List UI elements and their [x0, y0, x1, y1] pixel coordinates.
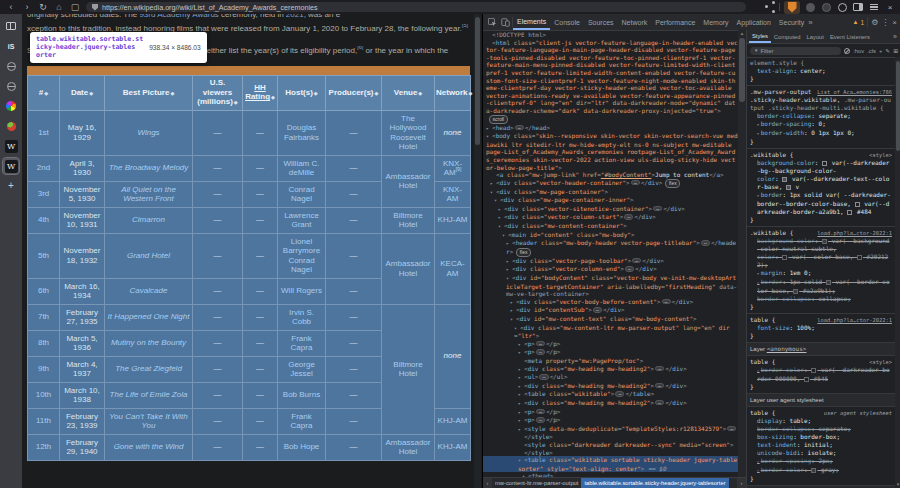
styles-toolbar-hov[interactable]: :hov [853, 48, 864, 54]
styles-toolbar-cls[interactable]: .cls [867, 48, 876, 54]
column-header--[interactable]: #◆ [28, 76, 60, 111]
new-tab-button[interactable]: + [3, 178, 19, 194]
ordinal-link[interactable]: 2nd [37, 163, 50, 172]
column-header-date[interactable]: Date◆ [60, 76, 105, 111]
dom-node-line[interactable]: ▸<div class="vector-page-toolbar">…</div… [483, 257, 738, 266]
dom-node-line[interactable]: ▸<div class="mw-heading mw-heading2">…</… [483, 399, 738, 408]
host-link[interactable]: George Jessel [288, 360, 315, 379]
more-styles-tabs-icon[interactable]: » [893, 33, 899, 40]
column-header-host-s-[interactable]: Host(s)◆ [278, 76, 326, 111]
host-link[interactable]: Frank Capra [291, 334, 313, 353]
dom-node-line[interactable]: <html class="client-js vector-feature-la… [483, 39, 738, 124]
dom-node-line[interactable]: ▾<table class="wikitable sortable sticky… [483, 456, 738, 472]
scrollbar-thumb[interactable] [739, 38, 745, 102]
network-link[interactable]: KHJ-AM [438, 215, 468, 224]
dom-node-line[interactable]: ▾<div class="mw-content-ltr mw-parser-ou… [483, 324, 738, 340]
tab-favicon-berry[interactable] [3, 118, 19, 134]
styles-toolbar-[interactable]: + [879, 48, 882, 54]
dom-node-line[interactable]: ▸<div class="mw-heading mw-heading2">…</… [483, 382, 738, 391]
ordinal-link[interactable]: 10th [36, 390, 52, 399]
tab-favicon-wikipedia-1[interactable]: W [3, 138, 19, 154]
film-link[interactable]: Grand Hotel [127, 251, 170, 260]
film-link[interactable]: All Quiet on the Western Front [121, 185, 176, 204]
tree-scrollbar[interactable]: ▴ [738, 30, 746, 477]
host-link[interactable]: Douglas Fairbanks [284, 123, 319, 142]
network-link[interactable]: KECA-AM [440, 259, 464, 278]
ordinal-link[interactable]: 7th [38, 312, 49, 321]
host-link[interactable]: Lawrence Grant [284, 211, 319, 230]
site-info-icon[interactable] [92, 4, 98, 11]
styles-filter-input[interactable]: ▼ Filter [750, 47, 841, 55]
settings-gear-icon[interactable]: ⚙ [871, 18, 878, 27]
dom-node-line[interactable]: ▸<ul>…</ul> [483, 373, 738, 382]
venue-link[interactable]: The Hollywood Roosevelt Hotel [390, 114, 427, 152]
styles-tab-event-listeners[interactable]: Event Listeners [827, 31, 873, 43]
shield-extension-icon[interactable] [784, 1, 800, 14]
tab-network[interactable]: Network [618, 15, 652, 30]
venue-link[interactable]: Biltmore Hotel [393, 211, 422, 230]
warning-icon[interactable]: ▲ [853, 19, 859, 25]
extension-icon-2[interactable] [820, 1, 832, 13]
tab-favicon-globe-1[interactable] [3, 58, 19, 74]
ordinal-link[interactable]: 4th [38, 215, 49, 224]
wiki-link[interactable]: 93rd Academy Awards [139, 14, 218, 19]
css-rule[interactable]: load.php?la…ctor-2022:1.wikitable {backg… [747, 227, 895, 314]
forward-button[interactable]: › [20, 1, 34, 13]
network-link[interactable]: KHJ-AM [438, 442, 468, 451]
tab-memory[interactable]: Memory [699, 15, 732, 30]
column-header-hh-rating[interactable]: HH Rating◆ [243, 76, 278, 111]
toggle-element-state-icon[interactable] [844, 48, 850, 54]
breadcrumb-scroll-left[interactable]: ‹ [483, 478, 492, 488]
tab-performance[interactable]: Performance [651, 15, 699, 30]
host-link[interactable]: William C. deMille [284, 159, 320, 178]
styles-scrollbar[interactable]: ▾ [895, 57, 900, 488]
column-header-best-picture[interactable]: Best Picture◆ [105, 76, 193, 111]
venue-link[interactable]: Ambassador Hotel [386, 172, 431, 191]
more-tabs-icon[interactable]: » [808, 18, 812, 27]
dom-node-line[interactable]: </style> [483, 449, 738, 457]
film-link[interactable]: The Great Ziegfeld [115, 364, 182, 373]
tab-favicon-is[interactable]: iS [3, 38, 19, 54]
inspect-element-icon[interactable] [486, 16, 498, 28]
host-link[interactable]: Lionel Barrymore Conrad Nagel [283, 237, 320, 275]
dom-node-line[interactable]: ▾<main id="content" class="mw-body"> [483, 231, 738, 240]
dom-node-line[interactable]: <style class="darkreader darkreader--syn… [483, 441, 738, 449]
ordinal-link[interactable]: 6th [38, 286, 49, 295]
scroll-up-arrow[interactable]: ▴ [738, 30, 746, 37]
reload-button[interactable]: ↻ [36, 1, 50, 13]
film-link[interactable]: Cavalcade [130, 286, 168, 295]
css-rule[interactable]: List_of_Aca…emonies:786.mw-parser-output… [747, 86, 895, 149]
network-link[interactable]: KHJ-AM [438, 416, 468, 425]
dom-node-line[interactable]: ▸<style data-mw-deduplicate="TemplateSty… [483, 425, 738, 434]
dom-node-line[interactable]: </style> [483, 433, 738, 441]
computed-grid-icon[interactable]: ⊞ [893, 48, 898, 54]
venue-link[interactable]: Biltmore Hotel [393, 360, 422, 379]
menu-icon[interactable] [868, 1, 880, 13]
host-link[interactable]: Will Rogers [281, 286, 322, 295]
dom-node-line[interactable]: ▾<div class="mw-content-container"> [483, 222, 738, 231]
tab-console[interactable]: Console [550, 15, 584, 30]
host-link[interactable]: Bob Hope [284, 442, 320, 451]
tab-security[interactable]: Security [775, 15, 808, 30]
film-link[interactable]: Gone with the Wind [114, 442, 184, 451]
rendering-pencil-icon[interactable]: ✎ [885, 48, 890, 54]
dom-node-line[interactable]: <meta property="mw:PageProp/toc"> [483, 357, 738, 365]
footnote-sup[interactable]: [9] [456, 166, 462, 172]
reference-sup[interactable]: [5] [462, 24, 468, 28]
dom-node-line[interactable]: ▸<div class="vector-column-start">…</div… [483, 213, 738, 222]
venue-link[interactable]: Ambassador Hotel [386, 438, 431, 457]
film-link[interactable]: You Can't Take It With You [109, 412, 188, 431]
dom-node-line[interactable]: ▸<p>…</p> [483, 408, 738, 417]
host-link[interactable]: Irvin S. Cobb [289, 308, 314, 327]
film-link[interactable]: The Life of Emile Zola [110, 390, 188, 399]
device-toolbar-icon[interactable] [499, 16, 511, 28]
page-scrollbar[interactable] [474, 14, 481, 488]
column-header-network[interactable]: Network◆ [435, 76, 471, 111]
host-link[interactable]: Frank Capra [291, 412, 313, 431]
ordinal-link[interactable]: 11th [36, 416, 51, 425]
film-link[interactable]: It Happened One Night [108, 312, 190, 321]
dom-node-line[interactable]: ▸<div class="vector-body-before-content"… [483, 298, 738, 307]
ordinal-link[interactable]: 12th [36, 442, 52, 451]
profile-icon[interactable] [836, 1, 848, 13]
tab-sources[interactable]: Sources [584, 15, 618, 30]
